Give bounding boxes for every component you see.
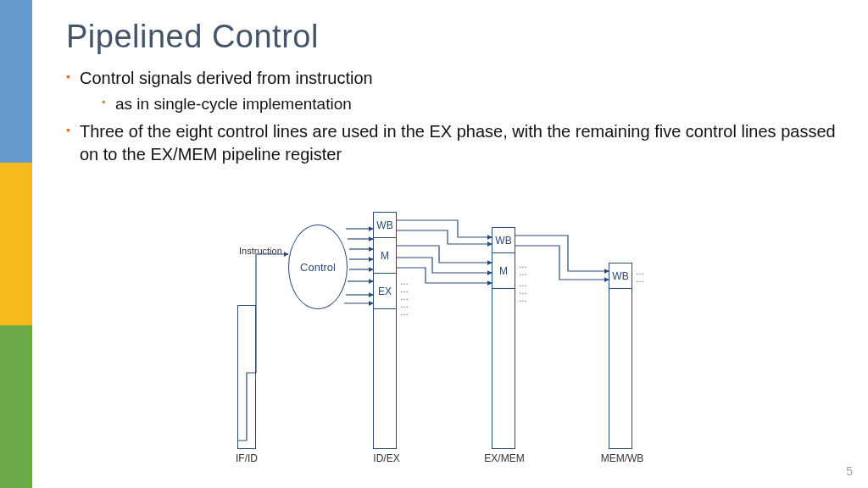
memwb-register-body [609, 288, 632, 449]
control-oval: Control [288, 225, 348, 309]
accent-band-gold [0, 163, 32, 325]
exmem-label: EX/MEM [483, 452, 526, 464]
memwb-wb-cell: WB [609, 263, 632, 289]
exmem-control-cells: WB M [492, 227, 515, 290]
slide-accent-sidebar [0, 0, 32, 488]
dots-memwb: …… [636, 268, 644, 283]
accent-inner-stripe [32, 0, 51, 488]
pipeline-diagram: Instruction IF/ID Control WB M EX ID/EX … [203, 195, 678, 466]
idex-m-cell: M [374, 238, 396, 274]
ifid-label: IF/ID [229, 452, 264, 464]
dots-exmem-m: …… [519, 261, 527, 276]
exmem-wb-cell: WB [492, 228, 515, 253]
slide-title: Pipelined Control [66, 19, 851, 55]
ifid-register [237, 305, 256, 449]
idex-control-cells: WB M EX [373, 212, 397, 310]
dots-idex-ex: ……… [400, 293, 409, 316]
diagram-wires [203, 195, 678, 466]
idex-register-body [373, 308, 397, 449]
bullet-list: Control signals derived from instruction… [66, 67, 851, 166]
accent-band-green [0, 325, 32, 488]
slide-content: Pipelined Control Control signals derive… [66, 19, 851, 169]
idex-wb-cell: WB [374, 213, 396, 238]
exmem-register-body [492, 288, 515, 449]
instruction-label: Instruction [239, 246, 282, 256]
bullet-2: Three of the eight control lines are use… [66, 120, 851, 166]
slide-number: 5 [846, 464, 853, 478]
accent-band-blue [0, 0, 32, 163]
control-text: Control [300, 261, 336, 274]
memwb-label: MEM/WB [598, 452, 646, 464]
dots-exmem-ex: ……… [519, 280, 527, 302]
bullet-1a: as in single-cycle implementation [66, 93, 851, 115]
idex-label: ID/EX [370, 452, 403, 464]
bullet-1: Control signals derived from instruction [66, 67, 851, 90]
memwb-control-cells: WB [609, 263, 632, 290]
dots-idex-m: …… [400, 278, 409, 293]
exmem-m-cell: M [492, 253, 515, 289]
idex-ex-cell: EX [374, 274, 396, 309]
